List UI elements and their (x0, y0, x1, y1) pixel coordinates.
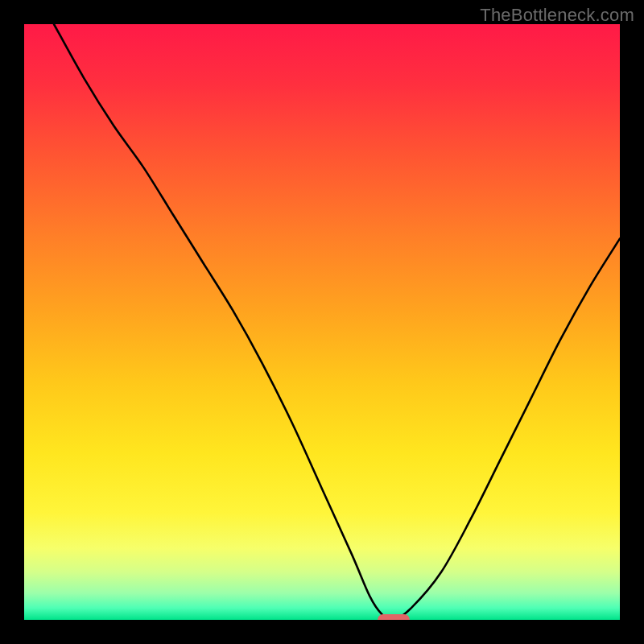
svg-rect-0 (24, 24, 620, 620)
chart-frame: TheBottleneck.com (0, 0, 644, 644)
optimal-point-marker (378, 614, 410, 620)
attribution-label: TheBottleneck.com (480, 5, 634, 26)
plot-area (24, 24, 620, 620)
background-gradient (24, 24, 620, 620)
